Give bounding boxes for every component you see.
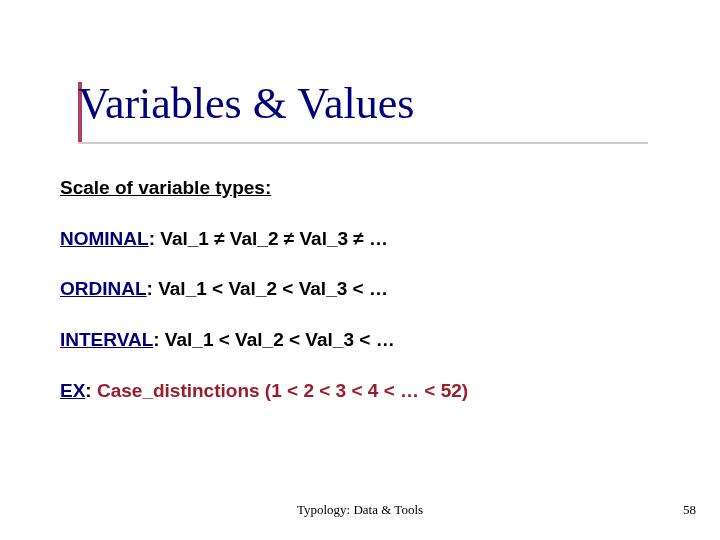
title-container: Variables & Values [78, 78, 680, 129]
interval-row: INTERVAL: Val_1 < Val_2 < Val_3 < … [60, 328, 680, 353]
footer-center: Typology: Data & Tools [0, 502, 720, 518]
interval-label: INTERVAL [60, 329, 153, 350]
subtitle-text: Scale of variable types: [60, 177, 271, 198]
ordinal-row: ORDINAL: Val_1 < Val_2 < Val_3 < … [60, 277, 680, 302]
page-number: 58 [683, 502, 696, 518]
nominal-rest: : Val_1 ≠ Val_2 ≠ Val_3 ≠ … [149, 228, 388, 249]
subtitle-row: Scale of variable types: [60, 176, 680, 201]
content-area: Scale of variable types: NOMINAL: Val_1 … [60, 176, 680, 429]
nominal-label: NOMINAL [60, 228, 149, 249]
example-colon: : [85, 380, 97, 401]
example-label: EX [60, 380, 85, 401]
interval-rest: : Val_1 < Val_2 < Val_3 < … [153, 329, 394, 350]
ordinal-label: ORDINAL [60, 278, 147, 299]
title-underline [78, 142, 648, 144]
example-rest: Case_distinctions (1 < 2 < 3 < 4 < … < 5… [97, 380, 468, 401]
slide-title: Variables & Values [78, 78, 680, 129]
ordinal-rest: : Val_1 < Val_2 < Val_3 < … [147, 278, 388, 299]
example-row: EX: Case_distinctions (1 < 2 < 3 < 4 < …… [60, 379, 680, 404]
nominal-row: NOMINAL: Val_1 ≠ Val_2 ≠ Val_3 ≠ … [60, 227, 680, 252]
